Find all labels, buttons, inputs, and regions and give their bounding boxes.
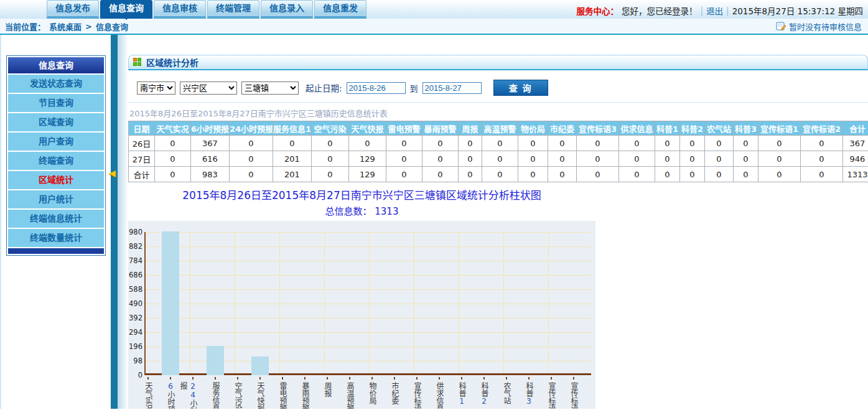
x-axis-tickmark-11 bbox=[394, 377, 395, 380]
table-header-cell-2: 6小时预报 bbox=[191, 121, 230, 136]
sidebar-item-1[interactable]: 节目查询 bbox=[8, 94, 104, 112]
table-cell: 0 bbox=[801, 167, 843, 182]
table-cell: 0 bbox=[312, 136, 349, 151]
x-axis-label-15: 科普2 bbox=[479, 382, 489, 406]
city-select[interactable]: 南宁市 bbox=[137, 82, 175, 95]
x-axis-tickmark-17 bbox=[528, 377, 530, 380]
x-axis-tickmark-15 bbox=[483, 377, 485, 380]
nav-tab-4[interactable]: 信息录入 bbox=[261, 0, 313, 19]
nav-tabs: 信息发布信息查询信息审核终端管理信息录入信息重发 bbox=[47, 0, 368, 19]
x-axis-label-6: 雷电预警 bbox=[278, 382, 287, 409]
bar-chart: 098196294392490588686784882980天气实况6小时预报2… bbox=[128, 221, 595, 409]
breadcrumb-separator: > bbox=[85, 22, 92, 31]
breadcrumb: 当前位置： 系统桌面 > 信息查询 bbox=[5, 21, 128, 32]
table-cell: 0 bbox=[705, 167, 734, 182]
chart-subtitle: 总信息数： 1313 bbox=[128, 204, 595, 217]
table-cell: 0 bbox=[548, 151, 577, 167]
town-select[interactable]: 三塘镇 bbox=[241, 82, 299, 95]
nav-tab-5[interactable]: 信息重发 bbox=[314, 0, 366, 19]
service-center-label: 服务中心： bbox=[577, 4, 619, 17]
pending-audit-notice[interactable]: 暂时没有待审核信息 bbox=[776, 21, 862, 32]
sidebar-item-8[interactable]: 终端数量统计 bbox=[8, 229, 104, 247]
table-cell: 0 bbox=[680, 167, 705, 182]
table-cell: 129 bbox=[349, 151, 386, 167]
table-cell: 0 bbox=[758, 151, 801, 167]
date-from-input[interactable] bbox=[347, 82, 406, 94]
table-header-cell-4: 服务信息1 bbox=[273, 121, 312, 136]
table-cell: 0 bbox=[734, 151, 758, 167]
table-cell: 0 bbox=[548, 167, 577, 182]
x-axis-label-4: 空气污染 bbox=[233, 382, 243, 409]
y-axis-tick-0: 0 bbox=[128, 371, 142, 380]
date-to-input[interactable] bbox=[422, 82, 482, 94]
table-cell: 0 bbox=[422, 167, 459, 182]
x-axis-tickmark-2 bbox=[192, 377, 194, 380]
table-cell: 0 bbox=[801, 151, 843, 167]
x-axis-label-5: 天气快报 bbox=[255, 382, 265, 409]
table-cell: 201 bbox=[273, 151, 312, 167]
y-axis-tick-2: 196 bbox=[128, 342, 142, 351]
x-axis-tickmark-12 bbox=[416, 377, 418, 380]
session-info: 服务中心： 您好，您已经登录！ | 退出 | 2015年8月27日 15:37:… bbox=[577, 4, 863, 17]
nav-tab-0[interactable]: 信息发布 bbox=[47, 0, 99, 19]
table-header-cell-12: 市纪委 bbox=[548, 121, 577, 136]
stats-table-header-row: 日期天气实况6小时预报24小时预报服务信息1空气污染天气快报雷电预警暴雨预警周报… bbox=[129, 121, 868, 136]
table-cell: 0 bbox=[619, 151, 655, 167]
table-cell: 0 bbox=[312, 151, 349, 167]
table-cell: 983 bbox=[191, 167, 230, 182]
sidebar-item-5[interactable]: 区域统计 bbox=[8, 171, 104, 189]
table-cell: 0 bbox=[155, 151, 191, 167]
table-header-cell-16: 科普2 bbox=[680, 121, 705, 136]
nav-tab-1[interactable]: 信息查询 bbox=[100, 0, 152, 19]
nav-tab-3[interactable]: 终端管理 bbox=[207, 0, 259, 19]
table-cell: 0 bbox=[386, 167, 422, 182]
table-header-cell-21: 合计 bbox=[843, 121, 868, 136]
x-axis-label-18: 宣传标语1 bbox=[546, 382, 556, 409]
x-axis-label-12: 宣传标语3 bbox=[412, 382, 422, 409]
table-cell: 0 bbox=[518, 136, 548, 151]
table-cell: 0 bbox=[482, 167, 518, 182]
table-cell: 0 bbox=[349, 136, 386, 151]
table-cell: 0 bbox=[482, 151, 518, 167]
table-header-cell-3: 24小时预报 bbox=[230, 121, 273, 136]
sidebar-item-2[interactable]: 区域查询 bbox=[8, 113, 104, 131]
stats-table-title: 2015年8月26日至2015年8月27日南宁市兴宁区三塘镇历史信息统计表 bbox=[129, 107, 868, 119]
table-cell: 0 bbox=[518, 151, 548, 167]
table-header-cell-13: 宣传标语3 bbox=[577, 121, 619, 136]
date-to-label: 到 bbox=[410, 82, 418, 94]
splitter-shadow bbox=[118, 35, 128, 409]
table-cell: 129 bbox=[349, 167, 386, 182]
section-grid-icon bbox=[133, 58, 142, 67]
x-axis-label-10: 物价局 bbox=[367, 382, 377, 404]
search-button[interactable]: 查 询 bbox=[493, 80, 548, 96]
table-header-cell-8: 暴雨预警 bbox=[422, 121, 459, 136]
sidebar-item-3[interactable]: 用户查询 bbox=[8, 133, 104, 151]
sidebar-splitter[interactable]: ◀ bbox=[111, 35, 118, 409]
sidebar-item-4[interactable]: 终端查询 bbox=[8, 152, 104, 170]
sidebar-item-7[interactable]: 终端信息统计 bbox=[8, 210, 104, 228]
table-cell: 合计 bbox=[129, 167, 155, 182]
x-axis-tickmark-1 bbox=[170, 377, 171, 380]
icon-square bbox=[133, 58, 137, 62]
sidebar-item-6[interactable]: 用户统计 bbox=[8, 190, 104, 208]
y-axis-tick-9: 882 bbox=[128, 242, 142, 251]
sidebar-footer-bar bbox=[8, 248, 104, 254]
sidebar: 信息查询 发送状态查询节目查询区域查询用户查询终端查询区域统计用户统计终端信息统… bbox=[1, 35, 111, 409]
nav-tab-2[interactable]: 信息审核 bbox=[154, 0, 206, 19]
stats-table: 日期天气实况6小时预报24小时预报服务信息1空气污染天气快报雷电预警暴雨预警周报… bbox=[128, 121, 868, 182]
chart-bar-1 bbox=[162, 231, 179, 375]
collapse-arrow-icon[interactable]: ◀ bbox=[109, 168, 116, 178]
district-select[interactable]: 兴宁区 bbox=[180, 82, 237, 95]
table-cell: 0 bbox=[619, 136, 655, 151]
breadcrumb-home-link[interactable]: 系统桌面 bbox=[49, 21, 82, 32]
sidebar-item-0[interactable]: 发送状态查询 bbox=[8, 75, 104, 93]
logout-link[interactable]: 退出 bbox=[706, 4, 723, 17]
table-header-cell-10: 高温预警 bbox=[482, 121, 518, 136]
table-cell: 0 bbox=[705, 136, 734, 151]
table-row-1: 27日06160201012900000000000000946 bbox=[129, 151, 868, 167]
x-axis-label-17: 科普3 bbox=[524, 382, 534, 406]
filter-bar: 南宁市 兴宁区 三塘镇 起止日期: 到 查 询 bbox=[128, 70, 868, 103]
y-axis-tick-1: 98 bbox=[128, 356, 142, 365]
separator: | bbox=[701, 6, 704, 16]
table-header-cell-9: 周报 bbox=[459, 121, 482, 136]
